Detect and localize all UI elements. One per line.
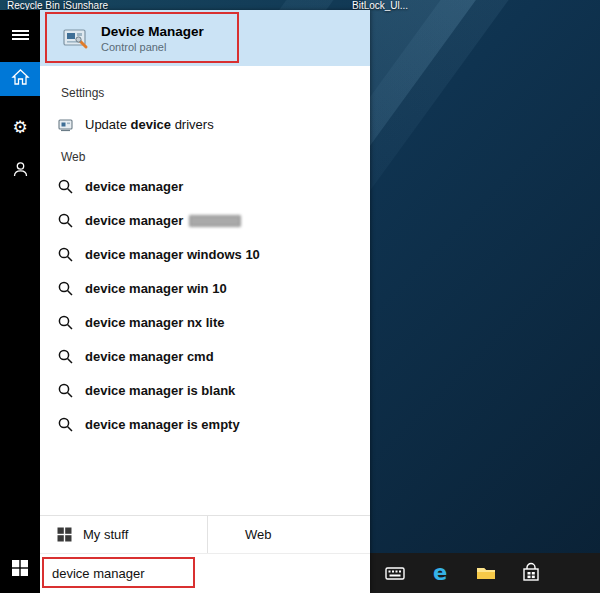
hamburger-menu-button[interactable] <box>0 18 40 52</box>
start-menu-sidebar: ⚙ <box>0 10 40 593</box>
web-section-header: Web <box>61 150 85 164</box>
search-box <box>40 553 370 593</box>
windows-desktop: Recycle Bin iSunshare BitLock_Ul... e ⚙ <box>0 0 600 593</box>
best-match-subtitle: Control panel <box>101 41 204 53</box>
search-icon <box>57 382 74 399</box>
search-icon <box>57 348 74 365</box>
web-suggestion[interactable]: device manager <box>40 204 370 236</box>
search-icon <box>57 246 74 263</box>
file-explorer-icon[interactable] <box>474 561 498 585</box>
search-results-panel: Device Manager Control panel Settings Up… <box>40 10 370 593</box>
web-suggestion[interactable]: device manager <box>40 170 370 202</box>
windows-logo-icon <box>11 559 29 581</box>
sidebar-item-home[interactable] <box>0 62 40 96</box>
search-icon <box>57 178 74 195</box>
web-suggestion[interactable]: device manager nx lite <box>40 306 370 338</box>
person-icon <box>11 160 30 183</box>
gear-icon: ⚙ <box>12 119 27 136</box>
redacted-text <box>189 215 241 227</box>
search-input[interactable] <box>52 566 332 581</box>
web-suggestion[interactable]: device manager is blank <box>40 374 370 406</box>
touch-keyboard-icon[interactable] <box>383 561 407 585</box>
web-suggestion[interactable]: device manager is empty <box>40 408 370 440</box>
search-icon <box>57 416 74 433</box>
settings-section-header: Settings <box>61 86 104 100</box>
my-stuff-button[interactable]: My stuff <box>40 516 207 553</box>
web-suggestion[interactable]: device manager win 10 <box>40 272 370 304</box>
search-icon <box>57 212 74 229</box>
windows-store-icon[interactable] <box>519 561 543 585</box>
driver-update-icon <box>57 116 74 133</box>
start-button[interactable] <box>0 553 40 587</box>
settings-result-update-drivers[interactable]: Update device drivers <box>40 108 370 140</box>
web-suggestion[interactable]: device manager windows 10 <box>40 238 370 270</box>
search-icon <box>57 314 74 331</box>
sidebar-item-accounts[interactable] <box>0 154 40 188</box>
sidebar-item-settings[interactable]: ⚙ <box>0 110 40 144</box>
web-suggestion[interactable]: device manager cmd <box>40 340 370 372</box>
windows-logo-icon <box>57 527 72 542</box>
web-scope-button[interactable]: Web <box>207 516 370 553</box>
best-match-title: Device Manager <box>101 24 204 39</box>
search-icon <box>57 280 74 297</box>
device-manager-icon <box>62 25 89 52</box>
home-icon <box>11 68 30 91</box>
best-match-result[interactable]: Device Manager Control panel <box>40 10 370 66</box>
search-scope-bar: My stuff Web <box>40 515 370 553</box>
edge-browser-icon[interactable]: e <box>428 561 452 585</box>
